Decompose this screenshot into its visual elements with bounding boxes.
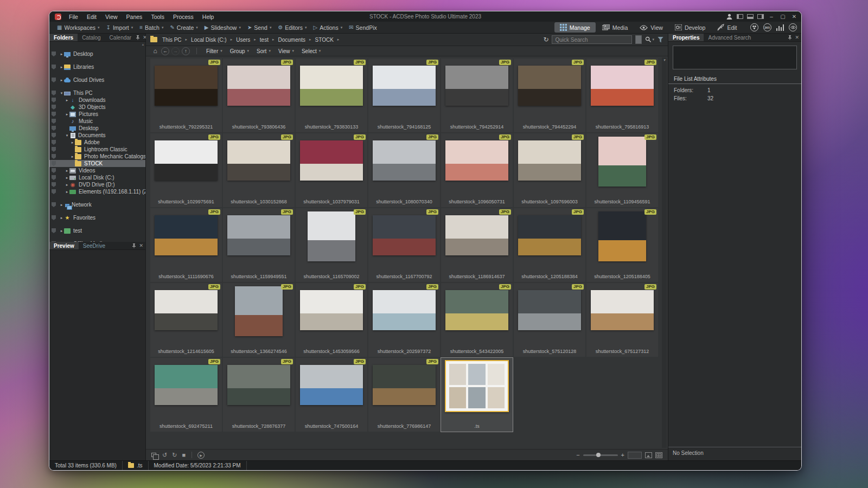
sidebar-item-music[interactable]: ♪Music [49, 118, 145, 125]
chevron-right-icon[interactable]: ▸ [65, 190, 69, 194]
mode-tab-edit[interactable]: Edit [712, 22, 742, 33]
tab-preview[interactable]: Preview [49, 242, 79, 249]
image-tile[interactable]: JPGshutterstock_1186914637 [441, 208, 513, 282]
create-button[interactable]: ✎Create▾ [167, 23, 201, 32]
menu-process[interactable]: Process [169, 13, 198, 21]
image-tile[interactable]: JPGshutterstock_747500164 [296, 358, 367, 432]
rotate-cw-icon[interactable]: ↻ [172, 452, 177, 458]
chevron-right-icon[interactable]: ▸ [65, 98, 69, 102]
group-menu[interactable]: Group▾ [226, 47, 253, 55]
compare-icon[interactable] [151, 453, 156, 457]
acdsee-365-icon[interactable]: 365 [763, 23, 771, 31]
image-tile[interactable]: JPGshutterstock_1159949551 [223, 208, 295, 282]
menu-view[interactable]: View [101, 13, 122, 21]
minimize-button[interactable]: – [768, 14, 775, 20]
activity-chart-icon[interactable] [776, 24, 784, 31]
batch-button[interactable]: ≡Batch▾ [136, 23, 167, 32]
sidebar-item-photo-mechanic-catalogs[interactable]: ▸Photo Mechanic Catalogs [49, 153, 145, 160]
pin-icon[interactable] [132, 243, 136, 248]
tab-catalog[interactable]: Catalog [78, 34, 105, 41]
image-tile[interactable]: JPGshutterstock_792295321 [150, 59, 222, 132]
breadcrumb-segment-stock[interactable]: STOCK [314, 36, 335, 43]
sidebar-item-favorites[interactable]: ▸★Favorites [49, 214, 145, 221]
chevron-right-icon[interactable]: ▸ [65, 183, 69, 187]
zoom-out-icon[interactable]: − [576, 452, 579, 458]
close-panel-icon[interactable]: ✕ [139, 243, 143, 248]
chevron-right-icon[interactable]: ▸ [59, 65, 64, 69]
image-tile[interactable]: JPGshutterstock_728876377 [223, 358, 295, 432]
send-button[interactable]: ➤Send▾ [244, 23, 275, 32]
folder-tile[interactable]: .ts [441, 358, 513, 432]
filter-funnel-icon[interactable] [658, 37, 663, 43]
user-account-icon[interactable] [726, 13, 733, 20]
image-tile[interactable]: JPGshutterstock_1030152868 [223, 133, 295, 207]
sidebar-item-pictures[interactable]: ▸Pictures [49, 111, 145, 118]
image-tile[interactable]: JPGshutterstock_543422005 [441, 283, 513, 357]
image-tile[interactable]: JPGshutterstock_1080070340 [368, 133, 440, 207]
stop-icon[interactable]: ■ [182, 452, 186, 458]
tree-scrollbar[interactable]: ▲ [141, 43, 145, 241]
chevron-right-icon[interactable]: ▸ [65, 176, 69, 180]
image-tile[interactable]: JPGshutterstock_1097696003 [514, 133, 585, 207]
image-tile[interactable]: JPGshutterstock_776986147 [368, 358, 440, 432]
search-button[interactable]: ▾ [645, 36, 654, 43]
up-icon[interactable]: ↑ [182, 47, 190, 55]
eye-circle-icon[interactable] [789, 23, 797, 31]
menu-edit[interactable]: Edit [82, 13, 101, 21]
sidebar-item-libraries[interactable]: ▸Libraries [49, 63, 145, 70]
sidebar-item-cloud-drives[interactable]: ▸Cloud Drives [49, 76, 145, 84]
select-menu[interactable]: Select▾ [298, 47, 324, 55]
chevron-right-icon[interactable]: ▸ [65, 112, 69, 117]
image-tile[interactable]: JPGshutterstock_794452294 [514, 59, 585, 132]
chevron-right-icon[interactable]: ▸ [59, 52, 64, 56]
slideshow-button[interactable]: ▶Slideshow▾ [201, 23, 244, 32]
tab-calendar[interactable]: Calendar [105, 34, 136, 41]
sidebar-item-elements-192-168-1-11-z[interactable]: ▸Elements (\\192.168.1.11) (Z:) [49, 188, 145, 195]
menu-file[interactable]: File [65, 13, 82, 21]
breadcrumb-segment-this-pc[interactable]: This PC [161, 36, 183, 43]
tab-folders[interactable]: Folders [49, 34, 78, 41]
close-panel-icon[interactable]: ✕ [795, 35, 799, 40]
tab-advanced-search[interactable]: Advanced Search [704, 34, 755, 41]
breadcrumb-segment-local-disk-c[interactable]: Local Disk (C:) [190, 36, 228, 43]
mode-tab-media[interactable]: Media [597, 23, 634, 33]
menu-help[interactable]: Help [198, 13, 219, 21]
tab-seedrive[interactable]: SeeDrive [79, 242, 110, 249]
breadcrumb-segment-users[interactable]: Users [235, 36, 251, 43]
image-tile[interactable]: JPGshutterstock_692475211 [150, 358, 222, 432]
image-tile[interactable]: JPGshutterstock_1029975691 [150, 133, 222, 207]
thumbnail-size-icon[interactable] [645, 452, 652, 458]
zoom-slider[interactable] [583, 454, 618, 456]
sidebar-item-test[interactable]: ▸test [49, 227, 145, 234]
image-tile[interactable]: JPGshutterstock_675127312 [586, 283, 658, 357]
close-button[interactable]: ✕ [790, 14, 798, 20]
image-tile[interactable]: JPGshutterstock_1037979031 [296, 133, 367, 207]
zoom-in-icon[interactable]: + [621, 452, 624, 458]
image-tile[interactable]: JPGshutterstock_1111690676 [150, 208, 222, 282]
image-tile[interactable]: JPGshutterstock_575120128 [514, 283, 585, 357]
image-tile[interactable]: JPGshutterstock_794252914 [441, 59, 513, 132]
image-tile[interactable]: JPGshutterstock_1366274546 [223, 283, 295, 357]
breadcrumb-segment-test[interactable]: test [259, 36, 270, 43]
chevron-right-icon[interactable]: ▸ [59, 78, 64, 82]
mode-tab-manage[interactable]: Manage [554, 22, 596, 33]
pin-icon[interactable] [136, 35, 140, 40]
image-tile[interactable]: JPGshutterstock_1096050731 [441, 133, 513, 207]
editors-button[interactable]: ⚙Editors▾ [275, 23, 310, 32]
dashboard-icon[interactable] [750, 23, 758, 31]
search-options-button[interactable] [635, 35, 642, 44]
chevron-right-icon[interactable]: ▸ [65, 169, 69, 173]
image-tile[interactable]: JPGshutterstock_1205188405 [586, 208, 658, 282]
image-tile[interactable]: JPGshutterstock_1453059566 [296, 283, 367, 357]
image-tile[interactable]: JPGshutterstock_1165709002 [296, 208, 367, 282]
actions-button[interactable]: ▷Actions▾ [310, 23, 346, 32]
breadcrumb-segment-documents[interactable]: Documents [277, 36, 307, 43]
image-tile[interactable]: JPGshutterstock_794168125 [368, 59, 440, 132]
chevron-right-icon[interactable]: ▸ [70, 155, 75, 159]
chevron-right-icon[interactable]: ▸ [59, 203, 64, 207]
image-tile[interactable]: JPGshutterstock_1167700792 [368, 208, 440, 282]
toggle-right-pane-icon[interactable] [757, 14, 764, 19]
sidebar-item-this-pc[interactable]: ▾This PC [49, 89, 145, 97]
sidebar-item-desktop[interactable]: ▸Desktop [49, 50, 145, 57]
sidebar-item-3d-objects[interactable]: ◆3D Objects [49, 104, 145, 111]
